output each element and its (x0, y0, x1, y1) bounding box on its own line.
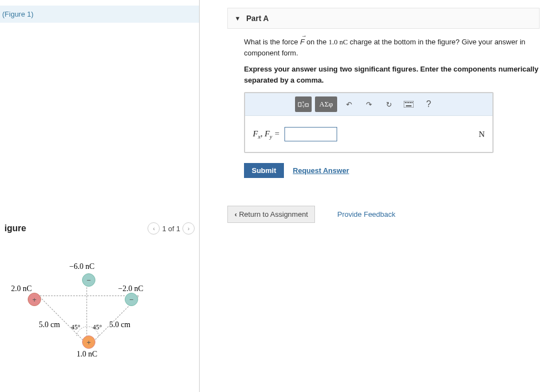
reset-button[interactable]: ↻ (380, 96, 397, 112)
answer-variable-label: Fx, Fy = (253, 129, 280, 140)
svg-rect-3 (306, 104, 308, 106)
svg-rect-8 (410, 102, 411, 103)
help-button[interactable]: ? (420, 96, 437, 112)
equation-toolbar: x√ ΑΣφ ↶ ↷ ↻ ? (245, 93, 492, 116)
svg-rect-0 (298, 103, 301, 106)
figure-next-button[interactable]: › (182, 222, 195, 235)
right-distance-label: 5.0 cm (109, 320, 130, 329)
keyboard-button[interactable] (400, 96, 417, 112)
left-charge-label: 2.0 nC (11, 284, 32, 293)
answer-box: x√ ΑΣφ ↶ ↷ ↻ ? Fx, Fy = N (244, 92, 494, 153)
figure-page-label: 1 of 1 (162, 225, 180, 233)
redo-button[interactable]: ↷ (360, 96, 377, 112)
bottom-charge: + (82, 335, 95, 349)
figure-section-title: igure (4, 223, 26, 233)
figure-prev-button[interactable]: ‹ (148, 222, 160, 235)
top-charge: − (82, 273, 95, 287)
figure-pager: ‹ 1 of 1 › (148, 222, 195, 235)
top-charge-label: −6.0 nC (69, 262, 94, 271)
svg-rect-5 (405, 102, 406, 103)
svg-rect-6 (406, 102, 408, 103)
right-panel: ▼ Part A What is the force F on the 1.0 … (200, 0, 544, 392)
right-charge-label: −2.0 nC (118, 284, 143, 293)
charge-diagram: − + − + −6.0 nC 2.0 nC −2.0 nC 1.0 nC 5.… (11, 262, 177, 373)
answer-instructions: Express your answer using two significan… (244, 64, 540, 85)
answer-input[interactable] (284, 127, 337, 141)
svg-rect-4 (404, 101, 414, 108)
figure-reference-link[interactable]: (Figure 1) (0, 6, 199, 23)
part-a-header[interactable]: ▼ Part A (227, 8, 540, 29)
request-answer-link[interactable]: Request Answer (293, 166, 349, 175)
right-charge: − (125, 293, 138, 306)
collapse-caret-icon: ▼ (235, 15, 241, 22)
right-angle-label: 45° (93, 323, 102, 332)
svg-rect-9 (411, 102, 413, 103)
left-angle-label: 45° (71, 323, 80, 332)
answer-unit: N (479, 130, 485, 139)
chevron-left-icon: ‹ (235, 210, 239, 218)
greek-symbols-button[interactable]: ΑΣφ (315, 96, 337, 112)
return-to-assignment-button[interactable]: ‹ Return to Assignment (227, 206, 315, 223)
left-charge: + (28, 293, 41, 306)
svg-text:√: √ (302, 103, 305, 109)
undo-button[interactable]: ↶ (340, 96, 357, 112)
question-text: What is the force F on the 1.0 nC charge… (244, 37, 540, 58)
submit-button[interactable]: Submit (244, 163, 284, 178)
bottom-charge-label: 1.0 nC (77, 350, 97, 359)
svg-rect-7 (408, 102, 409, 103)
provide-feedback-link[interactable]: Provide Feedback (337, 210, 395, 218)
part-title: Part A (246, 14, 269, 23)
svg-rect-10 (406, 105, 411, 106)
left-distance-label: 5.0 cm (39, 320, 60, 329)
left-panel: (Figure 1) igure ‹ 1 of 1 › − + − + (0, 0, 200, 392)
templates-button[interactable]: x√ (295, 96, 312, 112)
